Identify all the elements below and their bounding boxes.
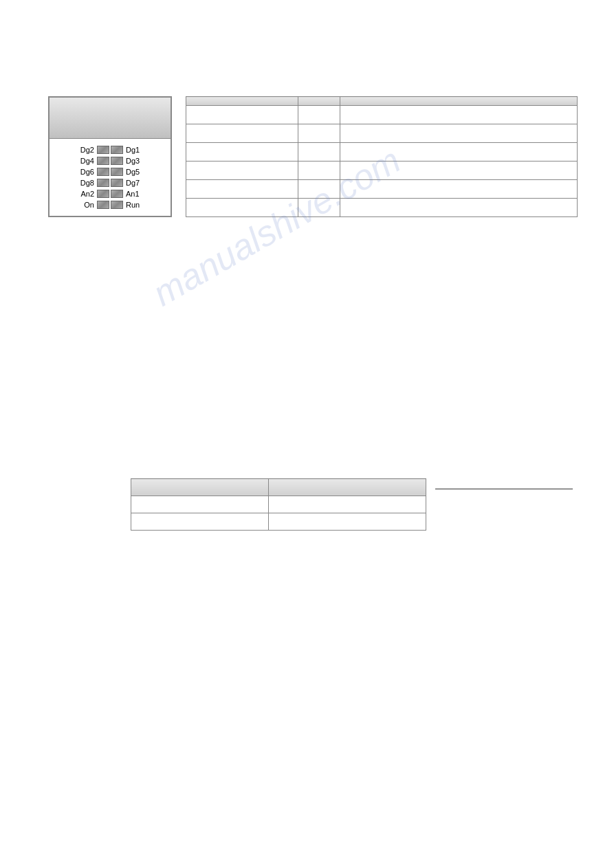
device-item-dg4-left: Dg4 [55,157,109,165]
main-table-header-col2 [298,97,340,106]
run-label: Run [126,201,140,209]
device-item-dg7-right: Dg7 [111,179,165,187]
an1-label: An1 [126,190,140,198]
bottom-table-header-col2 [268,479,426,496]
dg8-label: Dg8 [80,179,94,187]
bottom-section [131,478,600,531]
table-cell-col3 [340,143,577,162]
device-item-an2-left: An2 [55,190,109,198]
bottom-table-cell-col2 [268,513,426,531]
bottom-table-header-col1 [131,479,269,496]
dg7-led [111,179,123,187]
table-row [186,124,578,143]
main-table [186,96,578,217]
table-cell-col2 [298,143,340,162]
bottom-table-cell-col2 [268,496,426,513]
dg4-led [97,157,109,165]
device-item-dg1-right: Dg1 [111,146,165,154]
on-led [97,201,109,209]
table-row [186,143,578,162]
table-cell-col1 [186,143,298,162]
dg4-label: Dg4 [80,157,94,165]
bottom-table-cell-col1 [131,496,269,513]
table-cell-col1 [186,180,298,199]
page-content: manualshive.com Dg2 Dg1 Dg4 [0,0,614,544]
table-cell-col2 [298,124,340,143]
table-cell-col2 [298,106,340,124]
table-row [186,162,578,180]
device-panel-header [50,98,171,139]
table-cell-col1 [186,162,298,180]
device-item-dg6-left: Dg6 [55,168,109,176]
table-cell-col1 [186,106,298,124]
table-row [131,513,426,531]
an1-led [111,190,123,198]
an2-label: An2 [80,190,94,198]
table-row [186,106,578,124]
table-cell-col1 [186,199,298,217]
dg6-label: Dg6 [80,168,94,176]
table-cell-col3 [340,199,577,217]
device-item-dg3-right: Dg3 [111,157,165,165]
device-panel: Dg2 Dg1 Dg4 Dg3 Dg6 [48,96,172,217]
table-row [186,199,578,217]
dg6-led [97,168,109,176]
dg1-label: Dg1 [126,146,140,154]
table-cell-col3 [340,162,577,180]
table-cell-col2 [298,199,340,217]
table-cell-col2 [298,180,340,199]
dg1-led [111,146,123,154]
table-row [131,496,426,513]
bottom-table [131,478,426,531]
bottom-underline [435,489,573,489]
device-item-an1-right: An1 [111,190,165,198]
an2-led [97,190,109,198]
dg3-led [111,157,123,165]
table-cell-col3 [340,124,577,143]
device-item-run-right: Run [111,201,165,209]
dg8-led [97,179,109,187]
main-table-header-col1 [186,97,298,106]
device-panel-body: Dg2 Dg1 Dg4 Dg3 Dg6 [50,139,171,216]
table-row [186,180,578,199]
dg7-label: Dg7 [126,179,140,187]
device-item-on-left: On [55,201,109,209]
main-table-header-col3 [340,97,577,106]
bottom-table-cell-col1 [131,513,269,531]
dg2-label: Dg2 [80,146,94,154]
device-item-dg5-right: Dg5 [111,168,165,176]
run-led [111,201,123,209]
table-cell-col2 [298,162,340,180]
on-label: On [84,201,94,209]
dg5-led [111,168,123,176]
dg3-label: Dg3 [126,157,140,165]
dg2-led [97,146,109,154]
dg5-label: Dg5 [126,168,140,176]
table-cell-col1 [186,124,298,143]
top-section: Dg2 Dg1 Dg4 Dg3 Dg6 [48,96,600,217]
table-cell-col3 [340,180,577,199]
device-item-dg2-left: Dg2 [55,146,109,154]
device-item-dg8-left: Dg8 [55,179,109,187]
table-cell-col3 [340,106,577,124]
